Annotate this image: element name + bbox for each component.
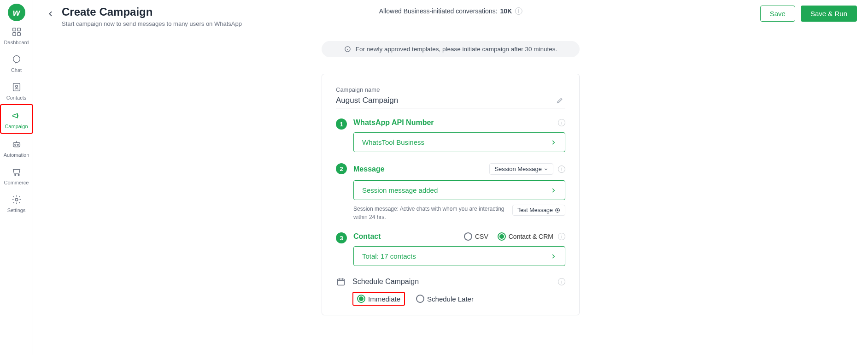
message-type-select[interactable]: Session Message <box>489 163 553 175</box>
radio-label: CSV <box>475 233 488 240</box>
svg-point-4 <box>13 56 20 63</box>
calendar-icon <box>336 277 346 286</box>
radio-icon <box>498 232 506 241</box>
chevron-down-icon <box>544 167 548 172</box>
sidebar-item-campaign[interactable]: Campaign <box>0 104 33 134</box>
page-subtitle: Start campaign now to send messages to m… <box>62 20 242 27</box>
sidebar-item-settings[interactable]: Settings <box>0 189 33 217</box>
automation-icon <box>11 138 23 150</box>
sidebar-item-contacts[interactable]: Contacts <box>0 77 33 104</box>
step-number: 1 <box>336 118 347 130</box>
megaphone-icon <box>11 110 23 122</box>
svg-rect-0 <box>12 28 15 31</box>
svg-rect-2 <box>12 33 15 36</box>
sidebar-item-label: Contacts <box>6 95 26 101</box>
test-message-label: Test Message <box>517 207 553 213</box>
info-icon[interactable]: i <box>515 7 522 15</box>
whatsapp-number-select[interactable]: WhatsTool Business <box>353 132 565 152</box>
radio-label: Immediate <box>368 295 400 303</box>
select-value: Total: 17 contacts <box>362 252 416 260</box>
campaign-form-card: Campaign name 1 WhatsApp API Number i <box>322 74 580 315</box>
sidebar-item-automation[interactable]: Automation <box>0 134 33 161</box>
campaign-name-label: Campaign name <box>336 86 565 93</box>
chevron-right-icon <box>550 139 557 146</box>
allowed-conversations-info: Allowed Business-initiated conversations… <box>379 7 522 15</box>
contact-select[interactable]: Total: 17 contacts <box>353 246 565 266</box>
sidebar-item-chat[interactable]: Chat <box>0 49 33 77</box>
info-icon[interactable]: i <box>558 278 565 285</box>
contact-source-csv[interactable]: CSV <box>464 232 488 241</box>
chat-icon <box>11 53 23 65</box>
info-banner: For newly approved templates, please ini… <box>322 41 580 57</box>
sidebar-item-label: Campaign <box>5 124 28 129</box>
schedule-title: Schedule Campaign <box>352 278 551 286</box>
dashboard-icon <box>11 26 23 38</box>
sidebar-item-dashboard[interactable]: Dashboard <box>0 21 33 49</box>
schedule-immediate[interactable]: Immediate <box>352 292 405 306</box>
sidebar: w Dashboard Chat Contacts Campaign Autom… <box>0 0 33 355</box>
radio-icon <box>416 295 424 303</box>
info-icon[interactable]: i <box>558 166 565 173</box>
select-value: WhatsTool Business <box>362 138 424 146</box>
test-message-button[interactable]: Test Message <box>512 205 565 216</box>
svg-point-6 <box>15 85 18 88</box>
step-number: 2 <box>336 163 347 174</box>
svg-point-12 <box>15 198 18 201</box>
contacts-icon <box>11 81 23 93</box>
svg-point-11 <box>18 174 19 176</box>
chevron-right-icon <box>550 253 557 260</box>
contact-source-crm[interactable]: Contact & CRM <box>498 232 553 241</box>
page-header: Create Campaign Start campaign now to se… <box>33 0 868 27</box>
banner-text: For newly approved templates, please ini… <box>356 46 557 53</box>
main-content: Create Campaign Start campaign now to se… <box>33 0 868 355</box>
schedule-later[interactable]: Schedule Later <box>416 295 474 303</box>
radio-icon <box>357 295 365 303</box>
app-logo: w <box>8 4 25 21</box>
back-button[interactable] <box>44 7 57 20</box>
radio-icon <box>464 232 472 241</box>
svg-rect-3 <box>17 33 20 36</box>
message-type-label: Session Message <box>494 166 542 172</box>
sidebar-item-label: Automation <box>4 152 29 158</box>
sidebar-item-label: Chat <box>11 67 22 73</box>
chevron-right-icon <box>550 187 557 194</box>
play-icon <box>555 207 560 213</box>
save-button[interactable]: Save <box>760 6 795 22</box>
radio-label: Contact & CRM <box>509 233 553 240</box>
page-title: Create Campaign <box>62 6 242 18</box>
svg-rect-15 <box>338 279 345 285</box>
info-icon <box>344 46 351 53</box>
sidebar-item-label: Settings <box>7 207 26 213</box>
radio-label: Schedule Later <box>427 295 474 303</box>
sidebar-item-label: Dashboard <box>4 40 29 45</box>
cart-icon <box>11 166 23 178</box>
gear-icon <box>11 194 23 206</box>
step-title: Contact <box>353 232 459 241</box>
svg-point-9 <box>17 144 18 146</box>
step-title: WhatsApp API Number <box>353 118 553 127</box>
allowed-value: 10K <box>500 7 512 15</box>
step-title: Message <box>353 165 485 173</box>
svg-rect-7 <box>13 142 20 147</box>
info-icon[interactable]: i <box>558 233 565 240</box>
campaign-name-input[interactable] <box>336 96 554 105</box>
sidebar-item-commerce[interactable]: Commerce <box>0 161 33 189</box>
message-select[interactable]: Session message added <box>353 180 565 200</box>
svg-point-10 <box>14 174 16 176</box>
step-number: 3 <box>336 232 347 243</box>
allowed-label: Allowed Business-initiated conversations… <box>379 7 498 15</box>
svg-rect-1 <box>17 28 20 31</box>
edit-icon[interactable] <box>554 95 565 106</box>
session-hint: Session message: Active chats with whom … <box>353 205 509 221</box>
info-icon[interactable]: i <box>558 119 565 126</box>
select-value: Session message added <box>362 186 438 194</box>
svg-point-8 <box>14 144 16 146</box>
sidebar-item-label: Commerce <box>4 180 29 185</box>
save-run-button[interactable]: Save & Run <box>801 6 857 22</box>
